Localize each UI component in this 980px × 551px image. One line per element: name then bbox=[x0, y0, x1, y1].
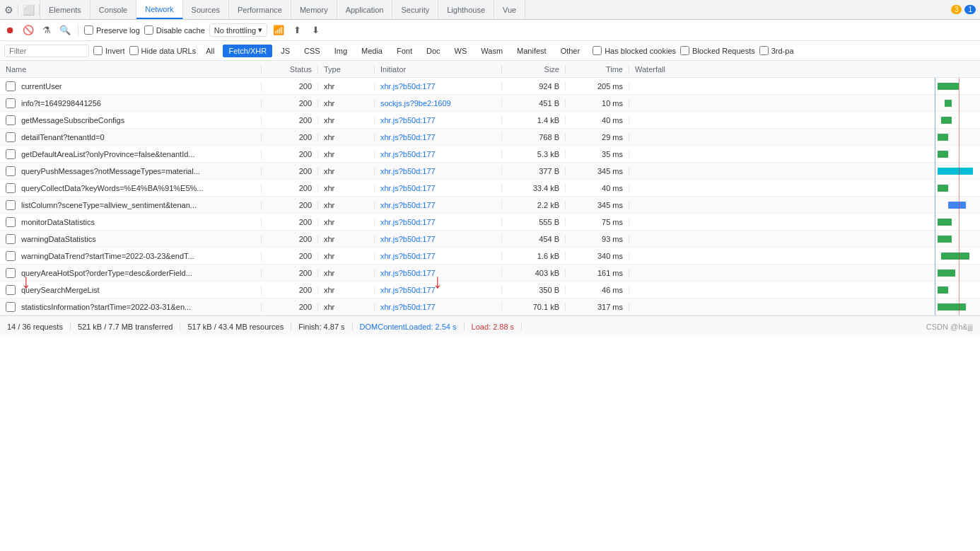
cell-waterfall-8 bbox=[629, 214, 980, 231]
row-checkbox-1[interactable] bbox=[6, 98, 16, 108]
table-row[interactable]: statisticsInformation?startTime=2022-03-… bbox=[0, 298, 980, 315]
clear-button[interactable]: 🚫 bbox=[21, 23, 35, 37]
tab-sources[interactable]: Sources bbox=[183, 0, 229, 19]
dom-content-line bbox=[935, 95, 935, 112]
filter-tag-wasm[interactable]: Wasm bbox=[475, 45, 508, 57]
disable-cache-label[interactable]: Disable cache bbox=[144, 25, 205, 35]
table-row[interactable]: queryAreaHotSpot?orderType=desc&orderFie… bbox=[0, 265, 980, 282]
row-checkbox-5[interactable] bbox=[6, 166, 16, 176]
arrow-right: ↓ bbox=[433, 270, 443, 293]
filter-input[interactable] bbox=[4, 45, 89, 57]
filter-button[interactable]: ⚗ bbox=[40, 23, 54, 37]
tab-security[interactable]: Security bbox=[392, 0, 438, 19]
tab-console[interactable]: Console bbox=[91, 0, 136, 19]
table-row[interactable]: listColumn?sceneType=allview_sentiment&t… bbox=[0, 197, 980, 214]
table-row[interactable]: queryPushMessages?notMessageTypes=materi… bbox=[0, 163, 980, 180]
export-button[interactable]: ⬇ bbox=[308, 23, 322, 37]
load-line bbox=[959, 248, 959, 265]
blocked-req-checkbox[interactable] bbox=[680, 46, 689, 55]
col-header-waterfall[interactable]: Waterfall bbox=[629, 65, 980, 74]
row-checkbox-13[interactable] bbox=[6, 302, 16, 312]
cell-size-12: 350 B bbox=[502, 286, 566, 294]
network-table: currentUser 200 xhr xhr.js?b50d:177 924 … bbox=[0, 78, 980, 315]
cell-initiator-5: xhr.js?b50d:177 bbox=[375, 167, 502, 175]
row-checkbox-8[interactable] bbox=[6, 217, 16, 227]
tab-performance[interactable]: Performance bbox=[229, 0, 291, 19]
row-checkbox-4[interactable] bbox=[6, 149, 16, 159]
tab-memory[interactable]: Memory bbox=[291, 0, 337, 19]
has-blocked-label[interactable]: Has blocked cookies bbox=[593, 46, 676, 55]
table-row[interactable]: getMessageSubscribeConfigs 200 xhr xhr.j… bbox=[0, 112, 980, 129]
row-checkbox-2[interactable] bbox=[6, 115, 16, 125]
table-row[interactable]: warningDataStatistics 200 xhr xhr.js?b50… bbox=[0, 231, 980, 248]
table-row[interactable]: monitorDataStatistics 200 xhr xhr.js?b50… bbox=[0, 214, 980, 231]
col-header-type[interactable]: Type bbox=[318, 65, 375, 74]
filter-tag-media[interactable]: Media bbox=[356, 45, 388, 57]
has-blocked-checkbox[interactable] bbox=[593, 46, 602, 55]
invert-checkbox[interactable] bbox=[93, 46, 103, 55]
col-header-size[interactable]: Size bbox=[502, 65, 566, 74]
waterfall-bar-5 bbox=[938, 168, 973, 175]
table-row[interactable]: querySearchMergeList 200 xhr xhr.js?b50d… bbox=[0, 282, 980, 298]
cell-size-2: 1.4 kB bbox=[502, 116, 566, 124]
preserve-log-label[interactable]: Preserve log bbox=[84, 25, 140, 35]
dock-icon[interactable]: ⬜ bbox=[18, 4, 40, 16]
tab-vue[interactable]: Vue bbox=[494, 0, 525, 19]
preserve-log-checkbox[interactable] bbox=[84, 25, 93, 35]
cell-type-1: xhr bbox=[318, 99, 375, 108]
cell-size-13: 70.1 kB bbox=[502, 303, 566, 311]
filter-tag-img[interactable]: Img bbox=[329, 45, 353, 57]
row-checkbox-3[interactable] bbox=[6, 132, 16, 142]
filter-tag-all[interactable]: All bbox=[200, 45, 220, 57]
filter-tag-js[interactable]: JS bbox=[275, 45, 296, 57]
dom-content-line bbox=[935, 282, 935, 298]
tab-network[interactable]: Network bbox=[136, 0, 182, 19]
filter-tag-other[interactable]: Other bbox=[555, 45, 586, 57]
col-header-name[interactable]: Name bbox=[0, 65, 262, 74]
filter-tag-ws[interactable]: WS bbox=[449, 45, 473, 57]
record-button[interactable]: ⏺ bbox=[3, 23, 17, 37]
throttle-select[interactable]: No throttling ▾ bbox=[209, 23, 267, 37]
table-row[interactable]: detailTenant?tenantId=0 200 xhr xhr.js?b… bbox=[0, 129, 980, 146]
hide-data-checkbox[interactable] bbox=[129, 46, 139, 55]
row-checkbox-6[interactable] bbox=[6, 183, 16, 193]
filter-tags: All Fetch/XHR JS CSS Img Media Font Doc … bbox=[200, 45, 585, 57]
tab-elements[interactable]: Elements bbox=[40, 0, 91, 19]
dom-content-line bbox=[935, 214, 935, 231]
col-header-status[interactable]: Status bbox=[262, 65, 318, 74]
import-button[interactable]: ⬆ bbox=[290, 23, 304, 37]
filter-tag-doc[interactable]: Doc bbox=[421, 45, 446, 57]
tab-lighthouse[interactable]: Lighthouse bbox=[438, 0, 494, 19]
row-checkbox-0[interactable] bbox=[6, 81, 16, 91]
cell-name-2: getMessageSubscribeConfigs bbox=[0, 115, 262, 125]
devtools-icon[interactable]: ⚙ bbox=[0, 4, 18, 16]
filter-tag-css[interactable]: CSS bbox=[298, 45, 326, 57]
load-line bbox=[959, 112, 959, 129]
cell-initiator-2: xhr.js?b50d:177 bbox=[375, 116, 502, 124]
wifi-icon[interactable]: 📶 bbox=[272, 23, 286, 37]
table-row[interactable]: warningDataTrend?startTime=2022-03-23&en… bbox=[0, 248, 980, 265]
third-party-label[interactable]: 3rd-pa bbox=[759, 46, 794, 55]
row-checkbox-9[interactable] bbox=[6, 234, 16, 244]
filter-tag-manifest[interactable]: Manifest bbox=[511, 45, 552, 57]
hide-data-label[interactable]: Hide data URLs bbox=[129, 46, 197, 55]
invert-label[interactable]: Invert bbox=[93, 46, 125, 55]
row-checkbox-7[interactable] bbox=[6, 200, 16, 210]
row-checkbox-12[interactable] bbox=[6, 285, 16, 295]
search-button[interactable]: 🔍 bbox=[58, 23, 72, 37]
tab-application[interactable]: Application bbox=[337, 0, 393, 19]
table-row[interactable]: info?t=1649298441256 200 xhr sockjs.js?9… bbox=[0, 95, 980, 112]
blocked-req-label[interactable]: Blocked Requests bbox=[680, 46, 755, 55]
row-checkbox-11[interactable] bbox=[6, 268, 16, 278]
filter-tag-font[interactable]: Font bbox=[391, 45, 418, 57]
disable-cache-checkbox[interactable] bbox=[144, 25, 153, 35]
third-party-checkbox[interactable] bbox=[759, 46, 769, 55]
filter-tag-fetch-xhr[interactable]: Fetch/XHR bbox=[223, 45, 272, 57]
table-row[interactable]: getDefaultAreaList?onlyProvince=false&te… bbox=[0, 146, 980, 163]
table-row[interactable]: queryCollectData?keyWords=%E4%BA%91%E5%.… bbox=[0, 180, 980, 197]
col-header-time[interactable]: Time bbox=[566, 65, 629, 74]
col-header-initiator[interactable]: Initiator bbox=[375, 65, 502, 74]
cell-status-13: 200 bbox=[262, 303, 318, 311]
row-checkbox-10[interactable] bbox=[6, 251, 16, 261]
table-row[interactable]: currentUser 200 xhr xhr.js?b50d:177 924 … bbox=[0, 78, 980, 95]
